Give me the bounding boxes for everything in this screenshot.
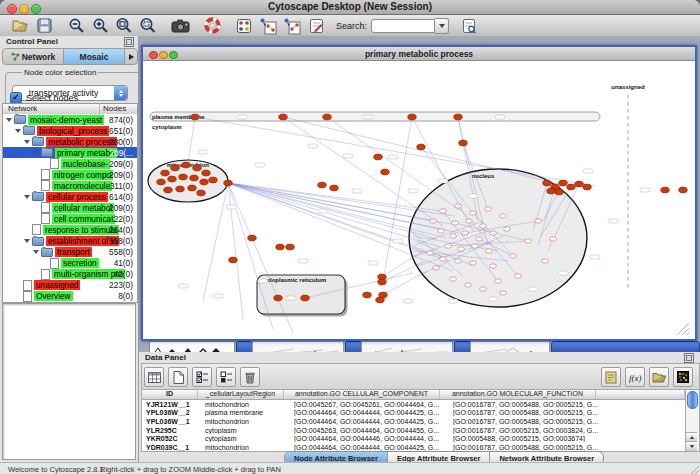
network-node[interactable] xyxy=(188,185,197,191)
table-column-header[interactable]: ID xyxy=(142,390,198,399)
tree-row[interactable]: mosaic-demo-yeast874(0) xyxy=(3,114,137,125)
network-node[interactable] xyxy=(330,185,339,191)
network-node[interactable] xyxy=(376,297,385,303)
network-node[interactable] xyxy=(490,264,497,268)
network-node[interactable] xyxy=(417,144,426,150)
network-node[interactable] xyxy=(583,184,592,190)
disclosure-triangle-icon[interactable] xyxy=(33,151,39,155)
network-node[interactable] xyxy=(164,187,173,193)
tree-row-label[interactable]: transport xyxy=(55,247,92,257)
network-node[interactable] xyxy=(445,244,452,248)
background-window-sliver[interactable] xyxy=(252,341,344,352)
network-view-titlebar[interactable]: primary metabolic process xyxy=(143,47,695,61)
birdseye-view[interactable] xyxy=(2,303,136,460)
tab-overflow-button[interactable] xyxy=(125,49,137,64)
network-node[interactable] xyxy=(323,114,332,120)
network-node[interactable] xyxy=(430,219,437,223)
network-node[interactable] xyxy=(500,291,507,295)
network-node[interactable] xyxy=(182,162,191,168)
network-node[interactable] xyxy=(515,274,522,278)
lifesaver-icon[interactable] xyxy=(201,16,223,35)
network-node[interactable] xyxy=(661,187,670,193)
tree-row-label[interactable]: biological_process xyxy=(37,126,109,136)
network-node[interactable] xyxy=(286,244,295,250)
tree-row[interactable]: primary metabo209(... xyxy=(3,147,137,158)
network-node[interactable] xyxy=(679,187,688,193)
tree-row[interactable]: cell communicat22(0) xyxy=(3,213,137,224)
attribute-table-icon[interactable] xyxy=(144,367,164,387)
network-node[interactable] xyxy=(200,179,209,185)
network-node[interactable] xyxy=(575,181,584,187)
notes-icon[interactable] xyxy=(601,367,621,387)
network-node[interactable] xyxy=(486,249,493,253)
table-scrollbar[interactable] xyxy=(685,389,700,452)
tree-row[interactable]: transport558(0) xyxy=(3,247,137,258)
tree-row-label[interactable]: nucleobase- xyxy=(61,159,110,169)
network-node[interactable] xyxy=(465,283,472,287)
network-node[interactable] xyxy=(466,219,473,223)
network-node[interactable] xyxy=(248,235,257,241)
network-node[interactable] xyxy=(547,188,556,194)
network-node[interactable] xyxy=(472,244,479,248)
background-window-sliver[interactable] xyxy=(454,341,471,352)
tree-row[interactable]: nucleobase-209(0) xyxy=(3,158,137,169)
search-input[interactable] xyxy=(371,19,435,33)
network-node[interactable] xyxy=(176,186,185,192)
network-node[interactable] xyxy=(500,214,507,218)
background-window-sliver[interactable] xyxy=(345,341,362,352)
tree-row-label[interactable]: response to stimulu xyxy=(43,225,119,235)
table-row[interactable]: YJR121W__1mitochondrion[GO:0045267, GO:0… xyxy=(142,400,685,409)
tree-row[interactable]: cellular process614(0) xyxy=(3,191,137,202)
network-node[interactable] xyxy=(197,190,206,196)
view-resize-grip[interactable] xyxy=(677,323,689,335)
tree-row[interactable]: establishment of lo558(0) xyxy=(3,236,137,247)
tree-row[interactable]: nitrogen compo209(0) xyxy=(3,169,137,180)
unselect-attributes-icon[interactable] xyxy=(216,367,236,387)
float-panel-icon[interactable] xyxy=(124,37,134,47)
network-node[interactable] xyxy=(279,114,288,120)
tree-row-label[interactable]: Overview xyxy=(34,291,73,301)
tree-row[interactable]: Overview8(0) xyxy=(3,291,137,302)
scroll-down-button[interactable] xyxy=(686,441,697,451)
network-node[interactable] xyxy=(476,237,483,241)
disclosure-triangle-icon[interactable] xyxy=(6,118,12,122)
tree-row-label[interactable]: cell communicat xyxy=(52,214,115,224)
tree-row[interactable]: multi-organism pro42(0) xyxy=(3,269,137,280)
tree-row-label[interactable]: metabolic process xyxy=(46,137,117,147)
tree-row-label[interactable]: mosaic-demo-yeast xyxy=(28,115,104,125)
network-node[interactable] xyxy=(374,154,383,160)
network-node[interactable] xyxy=(301,295,310,301)
network-node[interactable] xyxy=(567,184,576,190)
table-column-header[interactable]: annotation.GO CELLULAR_COMPONENT xyxy=(284,390,440,399)
disclosure-triangle-icon[interactable] xyxy=(24,140,30,144)
tree-row[interactable]: metabolic process280(0) xyxy=(3,136,137,147)
network-node[interactable] xyxy=(555,189,564,195)
scrollbar-thumb[interactable] xyxy=(687,391,698,409)
network-node[interactable] xyxy=(535,219,542,223)
network-node[interactable] xyxy=(542,259,549,263)
network-node[interactable] xyxy=(559,180,568,186)
delete-attribute-icon[interactable] xyxy=(240,367,260,387)
table-column-header[interactable]: annotation.GO MOLECULAR_FUNCTION xyxy=(440,390,596,399)
tree-row-label[interactable]: nitrogen compo xyxy=(52,170,113,180)
disclosure-triangle-icon[interactable] xyxy=(15,129,21,133)
tree-row-label[interactable]: unassigned xyxy=(34,280,80,290)
network-node[interactable] xyxy=(274,295,283,301)
tree-row[interactable]: biological_process651(0) xyxy=(3,125,137,136)
vizmapper-icon[interactable] xyxy=(233,16,255,35)
network-node[interactable] xyxy=(276,244,285,250)
network-node[interactable] xyxy=(450,277,457,281)
network-node[interactable] xyxy=(433,266,440,270)
network-node[interactable] xyxy=(455,259,462,263)
search-go-icon[interactable] xyxy=(458,16,480,35)
network-node[interactable] xyxy=(318,182,327,188)
network-node[interactable] xyxy=(485,207,492,211)
network-node[interactable] xyxy=(179,174,188,180)
zoom-out-icon[interactable] xyxy=(65,16,87,35)
tree-row[interactable]: secretion41(0) xyxy=(3,258,137,269)
disclosure-triangle-icon[interactable] xyxy=(24,239,30,243)
save-icon[interactable] xyxy=(33,16,55,35)
network-node[interactable] xyxy=(458,247,465,251)
annotation-icon[interactable] xyxy=(305,16,327,35)
window-resize-grip[interactable] xyxy=(689,465,699,474)
